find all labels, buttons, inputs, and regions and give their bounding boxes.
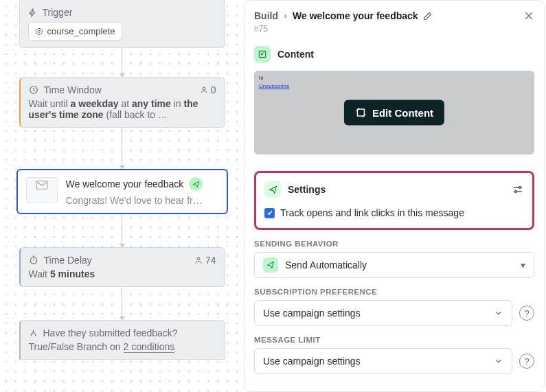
trigger-title: Trigger (43, 7, 73, 18)
time-delay-people: 74 (194, 255, 216, 266)
time-delay-node[interactable]: Time Delay 74 Wait 5 minutes (19, 247, 225, 287)
sub-pref-select[interactable]: Use campaign settings (254, 300, 512, 326)
bolt-icon (28, 8, 37, 17)
sub-pref-help-icon[interactable]: ? (519, 305, 534, 321)
sub-pref-label: SUBSCRIPTION PREFERENCE (254, 288, 534, 296)
send-settings-icon (264, 181, 281, 198)
branch-conditions-link[interactable]: 2 conditions (124, 341, 175, 353)
close-icon[interactable] (523, 10, 534, 21)
svg-point-3 (203, 87, 205, 90)
track-checkbox[interactable] (264, 208, 275, 218)
message-preview: Congrats! We'd love to hear fr… (66, 195, 218, 206)
time-window-people: 0 (200, 84, 216, 95)
sending-behavior-select[interactable]: Send Automatically ▾ (254, 252, 534, 278)
record-id: #75 (254, 24, 534, 34)
svg-rect-4 (36, 181, 47, 189)
msg-limit-select[interactable]: Use campaign settings (254, 348, 512, 374)
time-window-title: Time Window (44, 84, 102, 95)
svg-point-0 (36, 28, 42, 34)
svg-point-1 (38, 30, 40, 32)
msg-limit-help-icon[interactable]: ? (519, 354, 534, 369)
preview-snippet: hi Unsubscribe (259, 74, 289, 91)
time-window-body: Wait until a weekday at any time in the … (29, 98, 216, 120)
trigger-node[interactable]: Trigger course_complete (19, 0, 225, 48)
svg-point-9 (519, 187, 521, 189)
crop-icon (355, 107, 367, 119)
msg-limit-label: MESSAGE LIMIT (254, 336, 534, 344)
chevron-down-icon (494, 308, 503, 318)
branch-title: Have they submitted feedback? (43, 327, 178, 338)
trigger-tag[interactable]: course_complete (28, 22, 122, 41)
detail-panel: Build We welcome your feedback #75 Conte… (244, 0, 545, 392)
branch-node[interactable]: Have they submitted feedback? True/False… (19, 320, 225, 360)
svg-rect-8 (357, 109, 364, 116)
branch-icon (29, 329, 38, 338)
settings-label: Settings (288, 184, 326, 195)
clock-icon (29, 85, 38, 95)
send-badge-icon (189, 177, 203, 191)
branch-body: True/False Branch on 2 conditions (29, 341, 216, 352)
track-label: Track opens and link clicks in this mess… (280, 207, 464, 218)
caret-down-icon: ▾ (521, 260, 525, 270)
edit-content-button[interactable]: Edit Content (344, 100, 444, 126)
chevron-down-icon (494, 356, 503, 366)
breadcrumb-root[interactable]: Build (254, 10, 278, 21)
event-icon (35, 27, 43, 36)
sliders-icon[interactable] (512, 183, 524, 196)
time-window-node[interactable]: Time Window 0 Wait until a weekday at an… (19, 77, 225, 128)
mail-thumb-icon (26, 177, 58, 203)
settings-section: Settings Track opens and link clicks in … (254, 171, 534, 230)
svg-point-6 (197, 257, 200, 260)
trigger-tag-label: course_complete (47, 26, 115, 36)
message-title: We welcome your feedback (66, 178, 184, 189)
sending-behavior-label: SENDING BEHAVIOR (254, 240, 534, 248)
message-node[interactable]: We welcome your feedback Congrats! We'd … (16, 169, 228, 214)
content-icon (254, 46, 271, 62)
chevron-right-icon (282, 13, 288, 19)
time-delay-title: Time Delay (44, 255, 92, 266)
stopwatch-icon (29, 255, 38, 265)
edit-title-icon[interactable] (422, 11, 433, 21)
time-delay-body: Wait 5 minutes (29, 268, 216, 279)
page-title: We welcome your feedback (293, 10, 418, 21)
content-label: Content (277, 49, 314, 60)
send-auto-icon (263, 257, 278, 273)
svg-point-10 (515, 191, 517, 193)
content-preview[interactable]: hi Unsubscribe Edit Content (254, 71, 534, 154)
